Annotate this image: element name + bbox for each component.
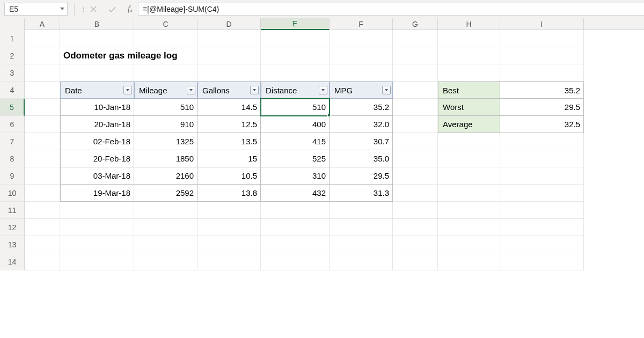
summary-value[interactable]: 32.5 <box>500 116 584 133</box>
table-cell-gallons[interactable]: 13.8 <box>197 185 261 202</box>
cell[interactable] <box>393 116 438 133</box>
table-cell-distance[interactable]: 415 <box>261 133 330 150</box>
table-cell-mpg[interactable]: 31.3 <box>330 185 393 202</box>
table-cell-mpg[interactable]: 32.0 <box>330 116 393 133</box>
cell[interactable] <box>134 202 197 219</box>
cell[interactable] <box>330 219 393 236</box>
cell[interactable] <box>500 236 584 253</box>
table-cell-distance[interactable]: 432 <box>261 185 330 202</box>
cell[interactable] <box>393 202 438 219</box>
row-header[interactable]: 6 <box>0 116 25 133</box>
cell[interactable] <box>60 219 134 236</box>
row-header[interactable]: 9 <box>0 167 25 185</box>
cell[interactable] <box>60 202 134 219</box>
fx-icon[interactable]: fx <box>128 4 133 13</box>
page-title[interactable]: Odometer gas mileage log <box>60 47 134 64</box>
cell[interactable] <box>197 253 261 270</box>
row-header[interactable]: 1 <box>0 30 25 47</box>
cell[interactable] <box>25 64 60 82</box>
cell[interactable] <box>393 133 438 150</box>
cell[interactable] <box>261 202 330 219</box>
cell[interactable] <box>438 150 500 167</box>
table-cell-mpg[interactable]: 29.5 <box>330 167 393 185</box>
row-header[interactable]: 8 <box>0 150 25 167</box>
cell[interactable] <box>134 47 197 64</box>
cell[interactable] <box>25 236 60 253</box>
row-header[interactable]: 13 <box>0 236 25 253</box>
cell[interactable] <box>134 253 197 270</box>
cell[interactable] <box>500 202 584 219</box>
table-cell-mileage[interactable]: 910 <box>134 116 197 133</box>
cell[interactable] <box>197 219 261 236</box>
cell[interactable] <box>393 253 438 270</box>
cancel-icon[interactable] <box>90 6 97 12</box>
filter-button[interactable] <box>123 86 132 94</box>
name-box[interactable]: E5 <box>4 3 68 16</box>
cell[interactable] <box>25 185 60 202</box>
formula-input[interactable]: =[@Mileage]-SUM(C4) <box>138 3 644 16</box>
cell[interactable] <box>500 47 584 64</box>
cell[interactable] <box>197 202 261 219</box>
table-cell-mpg[interactable]: 35.2 <box>330 99 393 116</box>
col-header-E[interactable]: E <box>261 18 330 30</box>
cell[interactable] <box>25 150 60 167</box>
row-header[interactable]: 10 <box>0 185 25 202</box>
cell[interactable] <box>330 64 393 82</box>
row-header[interactable]: 3 <box>0 64 25 82</box>
cell[interactable] <box>438 64 500 82</box>
select-all-corner[interactable] <box>0 18 25 30</box>
table-cell-mpg[interactable]: 30.7 <box>330 133 393 150</box>
cell[interactable] <box>60 64 134 82</box>
table-cell-date[interactable]: 02-Feb-18 <box>60 133 134 150</box>
table-cell-date[interactable]: 10-Jan-18 <box>60 99 134 116</box>
cell[interactable] <box>438 236 500 253</box>
cell[interactable] <box>438 202 500 219</box>
cell[interactable] <box>197 30 261 47</box>
col-header-C[interactable]: C <box>134 18 197 30</box>
cell[interactable] <box>438 253 500 270</box>
name-box-dropdown-icon[interactable] <box>60 6 65 12</box>
cell[interactable] <box>25 167 60 185</box>
cell[interactable] <box>330 202 393 219</box>
table-cell-mileage[interactable]: 1325 <box>134 133 197 150</box>
cell[interactable] <box>25 116 60 133</box>
cell[interactable] <box>330 47 393 64</box>
col-header-D[interactable]: D <box>197 18 261 30</box>
cell[interactable] <box>330 253 393 270</box>
cell[interactable] <box>25 202 60 219</box>
cell[interactable] <box>393 236 438 253</box>
table-cell-distance[interactable]: 400 <box>261 116 330 133</box>
cell[interactable] <box>197 47 261 64</box>
cell[interactable] <box>197 236 261 253</box>
cell[interactable] <box>134 30 197 47</box>
table-cell-gallons[interactable]: 10.5 <box>197 167 261 185</box>
cell[interactable] <box>330 236 393 253</box>
cell[interactable] <box>60 236 134 253</box>
row-header[interactable]: 2 <box>0 47 25 64</box>
table-cell-mileage[interactable]: 1850 <box>134 150 197 167</box>
table-cell-gallons[interactable]: 13.5 <box>197 133 261 150</box>
col-header-A[interactable]: A <box>25 18 60 30</box>
row-header[interactable]: 11 <box>0 202 25 219</box>
cell[interactable] <box>25 253 60 270</box>
cell[interactable] <box>438 30 500 47</box>
cell[interactable] <box>393 47 438 64</box>
filter-button[interactable] <box>187 86 195 94</box>
table-cell-mileage[interactable]: 2592 <box>134 185 197 202</box>
cell[interactable] <box>500 167 584 185</box>
table-cell-date[interactable]: 20-Jan-18 <box>60 116 134 133</box>
filter-button[interactable] <box>382 86 391 94</box>
cell[interactable] <box>500 133 584 150</box>
cell[interactable] <box>393 185 438 202</box>
col-header-G[interactable]: G <box>393 18 438 30</box>
cell[interactable] <box>330 30 393 47</box>
cell[interactable] <box>25 30 60 47</box>
table-cell-mileage[interactable]: 2160 <box>134 167 197 185</box>
cell[interactable] <box>500 253 584 270</box>
table-cell-distance[interactable]: 525 <box>261 150 330 167</box>
table-header-mpg[interactable]: MPG <box>330 82 393 99</box>
filter-button[interactable] <box>250 86 259 94</box>
cell[interactable] <box>25 47 60 64</box>
selected-cell[interactable]: 510 <box>261 99 330 116</box>
cell[interactable] <box>500 185 584 202</box>
